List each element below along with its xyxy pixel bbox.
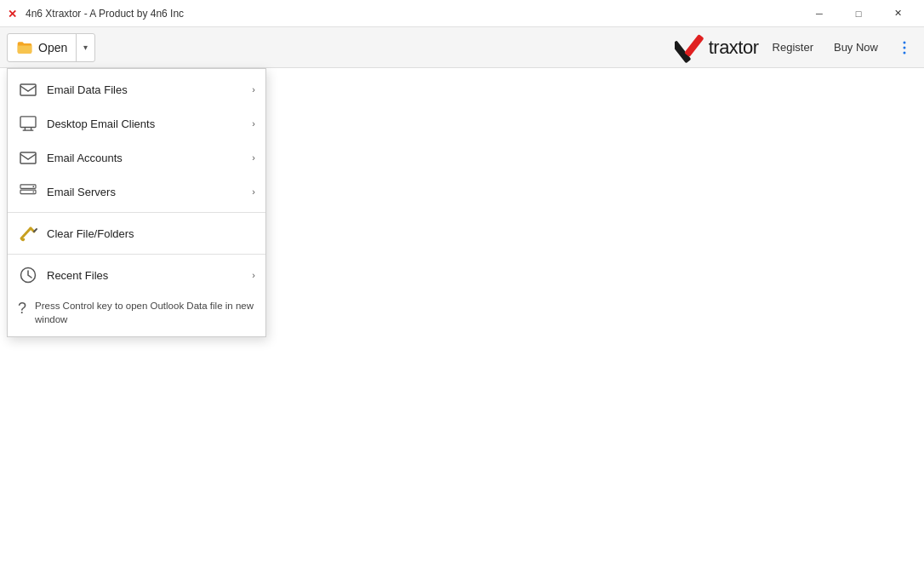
clear-file-folders-label: Clear File/Folders [47, 227, 255, 240]
window-controls: ─ □ ✕ [800, 0, 917, 27]
desktop-email-clients-arrow: › [252, 118, 255, 129]
menu-hint: ? Press Control key to open Outlook Data… [8, 292, 265, 333]
email-data-files-label: Email Data Files [47, 83, 252, 96]
svg-rect-6 [20, 84, 36, 95]
toolbar-right: traxtor Register Buy Now [675, 32, 917, 63]
app-icon: ✕ [7, 7, 20, 20]
email-accounts-icon [18, 147, 38, 168]
minimize-button[interactable]: ─ [800, 0, 839, 27]
menu-item-email-data-files[interactable]: Email Data Files › [8, 72, 265, 106]
folder-icon [16, 39, 33, 56]
close-button[interactable]: ✕ [878, 0, 917, 27]
email-servers-label: Email Servers [47, 186, 252, 198]
email-servers-arrow: › [252, 186, 255, 197]
main-content: Email Data Files › Desktop Email Clients… [0, 68, 924, 562]
title-bar-text: 4n6 Xtraxtor - A Product by 4n6 Inc [26, 8, 800, 20]
email-data-files-icon [18, 79, 38, 100]
recent-files-arrow: › [252, 270, 255, 280]
separator-1 [8, 212, 265, 213]
recent-files-icon [18, 265, 38, 285]
svg-rect-11 [20, 152, 36, 163]
svg-line-16 [34, 229, 37, 232]
logo-x-icon [675, 32, 709, 63]
email-data-files-arrow: › [252, 84, 255, 95]
desktop-email-clients-label: Desktop Email Clients [47, 118, 252, 130]
recent-files-label: Recent Files [47, 269, 252, 282]
svg-point-3 [904, 41, 906, 43]
svg-rect-7 [20, 117, 36, 128]
more-options-button[interactable] [892, 35, 917, 60]
menu-item-email-servers[interactable]: Email Servers › [8, 175, 265, 209]
svg-text:✕: ✕ [8, 8, 17, 20]
menu-item-clear-file-folders[interactable]: Clear File/Folders [8, 216, 265, 250]
email-servers-icon [18, 181, 38, 202]
more-icon [896, 39, 913, 56]
app-logo: traxtor [675, 32, 759, 63]
svg-rect-2 [684, 34, 704, 57]
open-label: Open [38, 41, 67, 54]
buynow-button[interactable]: Buy Now [827, 37, 885, 57]
open-main[interactable]: Open [8, 34, 77, 61]
menu-item-email-accounts[interactable]: Email Accounts › [8, 140, 265, 175]
email-accounts-label: Email Accounts [47, 152, 252, 164]
register-button[interactable]: Register [766, 37, 820, 57]
svg-point-14 [32, 186, 34, 187]
toolbar: Open ▾ traxtor Register Buy Now [0, 27, 924, 68]
hint-text: Press Control key to open Outlook Data f… [35, 299, 255, 326]
desktop-email-clients-icon [18, 113, 38, 134]
open-dropdown-arrow[interactable]: ▾ [77, 34, 94, 61]
hint-icon: ? [18, 300, 26, 318]
menu-item-recent-files[interactable]: Recent Files › [8, 258, 265, 292]
clear-file-folders-icon [18, 223, 38, 244]
svg-point-5 [904, 51, 906, 54]
email-accounts-arrow: › [252, 152, 255, 163]
open-button[interactable]: Open ▾ [7, 33, 95, 62]
separator-2 [8, 254, 265, 255]
restore-button[interactable]: □ [839, 0, 878, 27]
title-bar: ✕ 4n6 Xtraxtor - A Product by 4n6 Inc ─ … [0, 0, 924, 27]
svg-point-15 [32, 192, 34, 193]
open-dropdown-menu: Email Data Files › Desktop Email Clients… [7, 68, 266, 337]
logo-text: traxtor [709, 37, 759, 59]
svg-point-4 [904, 46, 906, 49]
menu-item-desktop-email-clients[interactable]: Desktop Email Clients › [8, 106, 265, 140]
